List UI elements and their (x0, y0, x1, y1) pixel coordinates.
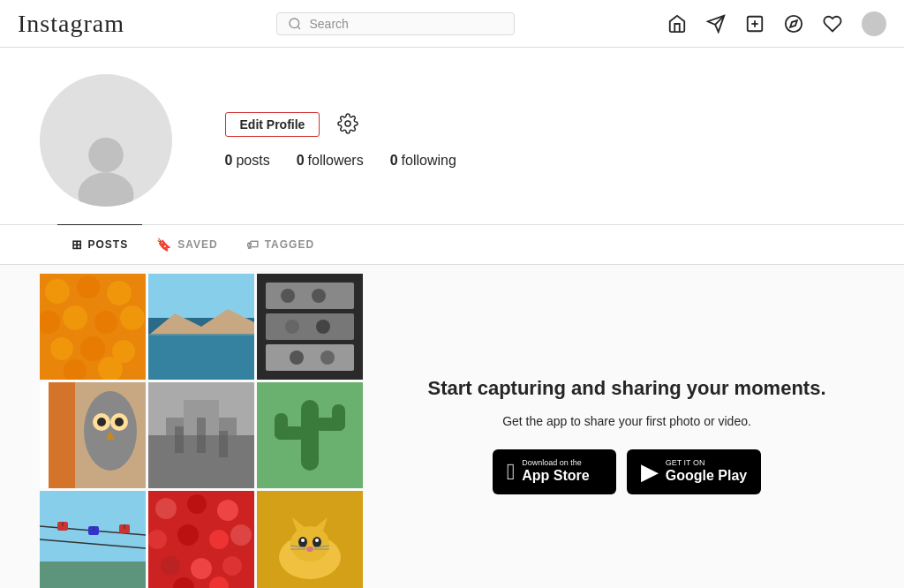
svg-point-35 (285, 320, 299, 334)
search-bar[interactable] (276, 12, 515, 35)
svg-point-20 (50, 337, 73, 360)
posts-count: 0 (225, 153, 233, 169)
following-stat[interactable]: 0 following (390, 153, 456, 169)
svg-rect-60 (332, 404, 345, 431)
svg-point-10 (78, 172, 133, 207)
apple-icon:  (507, 458, 516, 486)
explore-icon[interactable] (784, 14, 803, 34)
posts-stat[interactable]: 0 posts (225, 153, 270, 169)
svg-rect-31 (266, 313, 354, 340)
posts-label: posts (236, 153, 269, 169)
svg-point-78 (230, 524, 252, 546)
photo-cell-8[interactable] (148, 491, 254, 588)
tab-tagged-label: TAGGED (265, 238, 314, 251)
search-icon (288, 17, 302, 31)
svg-rect-54 (219, 431, 228, 457)
direct-icon[interactable] (706, 14, 726, 34)
svg-rect-53 (197, 418, 206, 453)
google-play-icon: ▶ (641, 458, 659, 486)
profile-top-row: Edit Profile (225, 112, 456, 137)
followers-label: followers (308, 153, 364, 169)
svg-point-36 (316, 320, 330, 334)
svg-point-72 (155, 498, 177, 519)
edit-profile-button[interactable]: Edit Profile (225, 112, 320, 137)
svg-point-18 (94, 311, 117, 334)
header: Instagram (0, 0, 904, 48)
home-icon[interactable] (667, 14, 687, 34)
svg-point-33 (281, 289, 295, 303)
svg-point-15 (107, 281, 132, 305)
photo-cell-1[interactable] (40, 274, 146, 380)
profile-stats: 0 posts 0 followers 0 following (225, 153, 456, 169)
svg-point-11 (345, 121, 350, 126)
svg-rect-59 (275, 413, 288, 440)
svg-point-73 (187, 494, 207, 514)
profile-avatar (40, 74, 172, 207)
new-post-icon[interactable] (745, 14, 765, 34)
svg-point-7 (786, 15, 802, 31)
svg-point-38 (320, 351, 335, 365)
tab-posts[interactable]: ⊞ POSTS (57, 224, 143, 264)
tab-saved-label: SAVED (177, 238, 217, 251)
svg-point-34 (312, 289, 326, 303)
settings-icon[interactable] (337, 113, 358, 137)
followers-count: 0 (297, 153, 305, 169)
cta-subtext: Get the app to share your first photo or… (502, 414, 751, 428)
photo-grid (40, 274, 363, 588)
nav-icons (667, 11, 886, 36)
svg-point-21 (80, 336, 105, 361)
svg-point-79 (161, 556, 180, 576)
svg-point-76 (177, 524, 199, 546)
svg-rect-32 (266, 344, 354, 371)
instagram-logo: Instagram (18, 10, 124, 38)
store-buttons:  Download on the App Store ▶ GET IT ON … (493, 449, 761, 494)
svg-point-80 (191, 558, 212, 579)
photo-cell-5[interactable] (148, 382, 254, 488)
svg-point-93 (306, 547, 313, 552)
cta-heading: Start capturing and sharing your moments… (427, 377, 825, 400)
user-avatar-small[interactable] (862, 11, 886, 36)
svg-point-45 (97, 418, 106, 426)
tab-tagged[interactable]: 🏷 TAGGED (232, 224, 328, 264)
google-play-top-text: GET IT ON (666, 459, 747, 467)
following-label: following (402, 153, 456, 169)
photo-cell-2[interactable] (148, 274, 254, 380)
svg-point-46 (115, 418, 124, 426)
photo-cell-4[interactable] (40, 382, 146, 488)
svg-point-17 (63, 305, 87, 330)
photo-cell-6[interactable] (257, 382, 363, 488)
app-store-main-text: App Store (522, 467, 589, 484)
svg-point-14 (77, 275, 100, 298)
search-input[interactable] (309, 17, 503, 31)
svg-rect-62 (40, 562, 146, 588)
grid-icon: ⊞ (72, 237, 83, 252)
svg-point-92 (315, 539, 319, 542)
photo-cell-3[interactable] (257, 274, 363, 380)
app-store-button[interactable]:  Download on the App Store (493, 449, 616, 494)
avatar-silhouette (66, 127, 146, 207)
svg-point-75 (148, 530, 167, 549)
svg-point-86 (290, 526, 329, 562)
tab-saved[interactable]: 🔖 SAVED (142, 224, 231, 264)
svg-point-13 (45, 279, 70, 304)
photo-cell-7[interactable] (40, 491, 146, 588)
followers-stat[interactable]: 0 followers (297, 153, 364, 169)
tag-icon: 🏷 (246, 237, 260, 252)
svg-point-19 (120, 305, 145, 330)
profile-section: Edit Profile 0 posts 0 followers (0, 48, 904, 225)
profile-info: Edit Profile 0 posts 0 followers (225, 112, 456, 169)
activity-icon[interactable] (823, 14, 842, 34)
app-store-top-text: Download on the (522, 459, 589, 467)
svg-rect-28 (148, 334, 254, 380)
tab-posts-label: POSTS (88, 238, 129, 251)
svg-rect-41 (40, 382, 49, 488)
google-play-main-text: Google Play (666, 467, 747, 484)
svg-marker-8 (790, 20, 797, 27)
svg-point-9 (88, 138, 124, 173)
svg-point-77 (209, 530, 229, 549)
svg-point-0 (290, 19, 299, 28)
main-content: Start capturing and sharing your moments… (0, 265, 904, 588)
photo-cell-9[interactable] (257, 491, 363, 588)
cta-panel: Start capturing and sharing your moments… (389, 274, 865, 588)
google-play-button[interactable]: ▶ GET IT ON Google Play (627, 449, 761, 494)
